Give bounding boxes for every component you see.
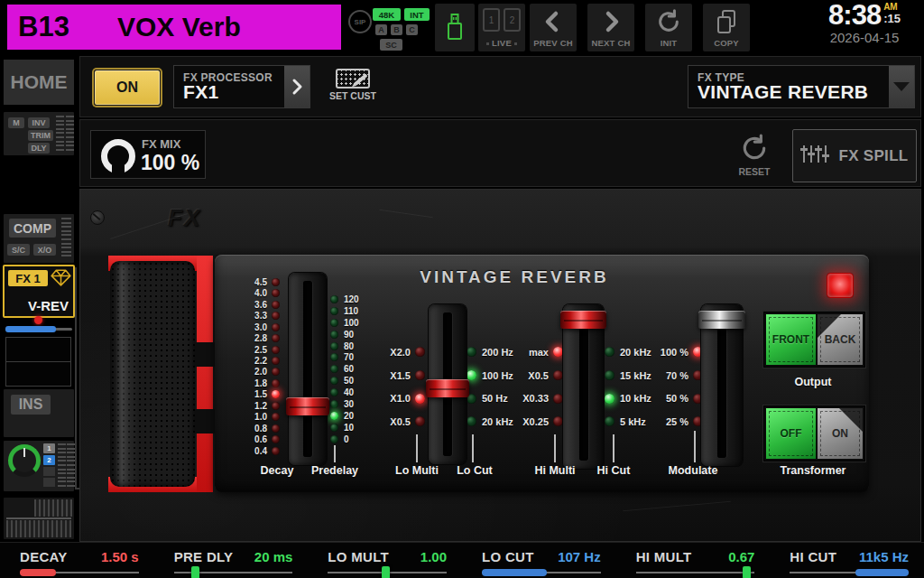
lo_cut-tick-label: 100 Hz [482,370,523,381]
hi-fader[interactable] [563,304,604,469]
mono-badge: M [8,117,24,128]
lo_cut-led [467,370,476,380]
fx-spill-button[interactable]: FX SPILL [792,129,917,182]
decay-led [272,424,280,433]
fx-on-button[interactable]: ON [94,70,161,106]
chevron-down-icon [893,82,910,91]
fader-cap[interactable] [426,379,469,397]
decay-tick-label: 3.6 [243,300,267,310]
decay-led [272,379,280,387]
reset-button[interactable]: RESET [733,134,776,179]
param-hi-mult-slider[interactable] [636,566,755,578]
clock-ampm: AM [883,2,898,12]
param-hi-cut-slider[interactable] [790,566,909,578]
geq-section-panel[interactable] [4,498,74,539]
output-back-button[interactable]: BACK [818,314,863,365]
empty-slot-box[interactable] [5,361,71,387]
predelay-led [330,424,338,432]
decay-tick-label: 3.0 [243,322,267,332]
decay-led [272,278,280,286]
modulate-fader[interactable] [701,304,743,466]
param-lo-mult-label: LO MULT [328,549,389,564]
gem-icon [50,268,72,291]
predelay-led [330,435,338,443]
copy-button[interactable]: COPY [703,4,750,51]
predelay-led [330,412,338,420]
fx-type-dropdown[interactable]: FX TYPE VINTAGE REVERB [688,65,915,108]
decay-tick-label: 1.2 [243,401,267,411]
decay-led [272,435,280,443]
reverb-cylinder [110,261,195,487]
decay-led [272,402,280,410]
fx-processor-selector[interactable]: FX PROCESSOR FX1 [173,65,310,108]
lo-fader[interactable] [429,304,467,464]
layer-1-badge: 1 [43,443,55,453]
comp-section-panel[interactable]: COMP S/C X/O [4,214,74,263]
sip-indicator: SIP [348,10,372,33]
fx1-badge: FX 1 [8,270,48,286]
param-pre-dly-slider[interactable] [174,566,293,578]
input-section-panel[interactable]: M INV TRIM DLY [4,112,74,155]
fx-processor-open-tab[interactable] [284,66,310,107]
transformer-off-button[interactable]: OFF [766,408,816,459]
fx1-section-panel-selected[interactable]: FX 1 V-REV [3,265,75,318]
slot-b-badge: B [391,24,402,35]
meter-bars [56,116,64,153]
insert-section-panel[interactable]: INS [4,389,74,437]
decay-led [272,289,280,297]
fader-cap[interactable] [560,311,606,329]
copy-icon [703,9,750,36]
live-recorder-tile[interactable]: 1 2 LIVE [478,4,525,51]
decay-tick-label: 2.5 [243,345,267,355]
comp-badge: COMP [9,219,56,238]
init-rotate-icon [645,9,692,34]
lo-cut-label: Lo Cut [457,464,493,477]
reset-rotate-icon [740,134,769,163]
transformer-group-label: Transformer [781,464,846,477]
fold-corner [839,408,863,432]
hi-cut-scale: 20 kHz15 kHz10 kHz5 kHz [605,340,661,434]
decay-led [272,334,280,342]
lo-cut-scale: 200 Hz100 Hz50 Hz20 kHz [467,340,523,434]
output-front-button[interactable]: FRONT [766,314,816,365]
predelay-tick-label: 90 [344,330,367,340]
init-button[interactable]: INIT [645,4,692,51]
param-decay-slider[interactable] [20,566,139,578]
decay-led [272,346,280,354]
hi-cut-label: Hi Cut [597,464,631,477]
decay-tick-label: 3.3 [243,311,267,321]
empty-slot-box[interactable] [5,337,71,362]
prev-ch-button[interactable]: PREV CH [530,4,577,51]
hi_cut-led [605,347,614,357]
clock-seconds: :15 [883,12,901,25]
param-hi-mult-label: HI MULT [636,549,692,564]
param-hi-mult: HI MULT0.67 [616,543,771,578]
param-lo-mult-slider[interactable] [328,566,447,578]
pan-knob-icon [8,444,41,477]
param-lo-cut-slider[interactable] [482,566,601,578]
fx-mix-control[interactable]: FX MIX 100 % [90,130,206,179]
channel-name-box[interactable]: B13 VOX Verb [7,5,341,50]
decay-led [272,447,280,455]
fader-cap[interactable] [286,397,329,415]
output-button-group: FRONT BACK [763,312,865,368]
meter-bars [67,443,75,489]
transformer-on-button[interactable]: ON [818,408,863,459]
hi_cut-led [605,394,614,404]
predelay-led [330,377,338,385]
fader-cap[interactable] [698,311,745,329]
home-button[interactable]: HOME [4,60,74,105]
decay-led [272,413,280,421]
predelay-led [330,331,338,339]
fold-corner [818,314,841,338]
pan-section-panel[interactable]: 1 2 [4,441,74,491]
decay-predelay-fader[interactable] [289,273,327,465]
inv-badge: INV [28,117,50,128]
next-ch-button[interactable]: NEXT CH [587,4,634,51]
set-cust-button[interactable]: SET CUST [323,67,383,108]
predelay-led [330,295,338,303]
predelay-tick-label: 60 [344,364,367,374]
decay-tick-label: 1.5 [243,389,267,399]
fx-type-open-tab[interactable] [889,66,914,107]
meter-bars [58,443,66,489]
